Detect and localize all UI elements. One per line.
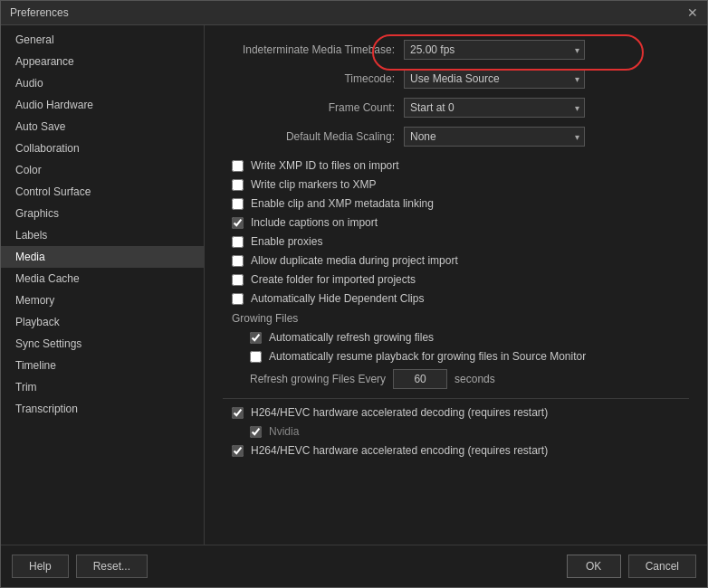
sidebar-item-media[interactable]: Media [1, 246, 204, 268]
form-label-2: Frame Count: [223, 101, 404, 114]
hw-row-nvidia: Nvidia [223, 425, 689, 438]
checkbox-row-proxies: Enable proxies [223, 235, 689, 248]
form-select-3[interactable]: None [404, 127, 585, 147]
form-select-1[interactable]: Use Media Source [404, 69, 585, 89]
main-panel: Indeterminate Media Timebase:25.00 fpsTi… [205, 25, 707, 545]
growing-checkbox-auto_resume[interactable] [250, 351, 262, 363]
checkbox-folder[interactable] [232, 274, 244, 286]
growing-checkbox-row-0: Automatically refresh growing files [223, 331, 689, 344]
hw-checkbox-h264_decode[interactable] [232, 407, 244, 419]
sidebar-item-collaboration[interactable]: Collaboration [1, 138, 204, 159]
sidebar-item-sync-settings[interactable]: Sync Settings [1, 333, 204, 355]
checkbox-row-xmp_import: Write XMP ID to files on import [223, 159, 689, 172]
checkbox-row-captions: Include captions on import [223, 216, 689, 229]
sidebar-item-audio[interactable]: Audio [1, 72, 204, 94]
refresh-row: Refresh growing Files Everyseconds [223, 369, 689, 389]
title-bar: Preferences ✕ [1, 1, 707, 25]
bottom-left-buttons: Help Reset... [12, 555, 148, 578]
content-area: GeneralAppearanceAudioAudio HardwareAuto… [1, 25, 707, 545]
checkbox-label-captions: Include captions on import [251, 216, 378, 229]
form-rows-wrapper: Indeterminate Media Timebase:25.00 fpsTi… [223, 40, 689, 147]
hw-row-h264_encode: H264/HEVC hardware accelerated encoding … [223, 444, 689, 457]
preferences-dialog: Preferences ✕ GeneralAppearanceAudioAudi… [0, 0, 708, 588]
refresh-label-post: seconds [454, 373, 495, 385]
hw-checkbox-h264_encode[interactable] [232, 445, 244, 457]
ok-button[interactable]: OK [567, 555, 621, 578]
checkbox-row-xmp_metadata: Enable clip and XMP metadata linking [223, 197, 689, 210]
close-button[interactable]: ✕ [687, 6, 698, 19]
form-row-1: Timecode:Use Media Source [223, 69, 689, 89]
checkbox-label-proxies: Enable proxies [251, 235, 322, 248]
cancel-button[interactable]: Cancel [628, 555, 696, 578]
form-row-2: Frame Count:Start at 0 [223, 98, 689, 118]
checkbox-proxies[interactable] [232, 236, 244, 248]
sidebar-item-appearance[interactable]: Appearance [1, 51, 204, 72]
sidebar-item-graphics[interactable]: Graphics [1, 203, 204, 224]
form-label-3: Default Media Scaling: [223, 130, 404, 143]
help-button[interactable]: Help [12, 555, 69, 578]
sidebar-item-auto-save[interactable]: Auto Save [1, 116, 204, 138]
growing-label-auto_resume: Automatically resume playback for growin… [269, 350, 586, 363]
sidebar-item-playback[interactable]: Playback [1, 311, 204, 333]
checkbox-captions[interactable] [232, 217, 244, 229]
checkbox-label-xmp_metadata: Enable clip and XMP metadata linking [251, 197, 434, 210]
form-select-2[interactable]: Start at 0 [404, 98, 585, 118]
growing-label-auto_refresh: Automatically refresh growing files [269, 331, 434, 344]
checkbox-hide_dependent[interactable] [232, 293, 244, 305]
sidebar-item-transcription[interactable]: Transcription [1, 398, 204, 420]
sidebar-item-trim[interactable]: Trim [1, 376, 204, 398]
sidebar-item-color[interactable]: Color [1, 159, 204, 181]
growing-checkbox-row-1: Automatically resume playback for growin… [223, 350, 689, 363]
checkbox-label-clip_markers: Write clip markers to XMP [251, 178, 376, 191]
growing-files-header: Growing Files [223, 312, 689, 325]
form-label-0: Indeterminate Media Timebase: [223, 43, 404, 56]
sidebar-item-control-surface[interactable]: Control Surface [1, 181, 204, 203]
hw-label-nvidia: Nvidia [269, 425, 299, 438]
form-row-0: Indeterminate Media Timebase:25.00 fps [223, 40, 689, 60]
sidebar-item-audio-hardware[interactable]: Audio Hardware [1, 94, 204, 116]
sidebar-item-media-cache[interactable]: Media Cache [1, 268, 204, 289]
checkbox-label-duplicate: Allow duplicate media during project imp… [251, 254, 458, 267]
checkbox-label-hide_dependent: Automatically Hide Dependent Clips [251, 292, 424, 305]
hw-checkbox-nvidia[interactable] [250, 426, 262, 438]
checkbox-label-folder: Create folder for imported projects [251, 273, 416, 286]
bottom-bar: Help Reset... OK Cancel [1, 545, 707, 587]
hw-label-h264_decode: H264/HEVC hardware accelerated decoding … [251, 406, 548, 419]
hw-row-h264_decode: H264/HEVC hardware accelerated decoding … [223, 406, 689, 419]
checkbox-xmp_import[interactable] [232, 160, 244, 172]
bottom-right-buttons: OK Cancel [567, 555, 696, 578]
refresh-input[interactable] [393, 369, 447, 389]
sidebar-item-timeline[interactable]: Timeline [1, 355, 204, 376]
checkbox-row-hide_dependent: Automatically Hide Dependent Clips [223, 292, 689, 305]
hw-label-h264_encode: H264/HEVC hardware accelerated encoding … [251, 444, 548, 457]
checkbox-duplicate[interactable] [232, 255, 244, 267]
form-row-3: Default Media Scaling:None [223, 127, 689, 147]
checkbox-clip_markers[interactable] [232, 179, 244, 191]
sidebar-item-labels[interactable]: Labels [1, 224, 204, 246]
sidebar-item-memory[interactable]: Memory [1, 289, 204, 311]
reset-button[interactable]: Reset... [76, 555, 148, 578]
form-select-0[interactable]: 25.00 fps [404, 40, 585, 60]
form-label-1: Timecode: [223, 72, 404, 85]
dialog-title: Preferences [10, 6, 69, 19]
checkbox-row-folder: Create folder for imported projects [223, 273, 689, 286]
checkbox-row-duplicate: Allow duplicate media during project imp… [223, 254, 689, 267]
checkbox-xmp_metadata[interactable] [232, 198, 244, 210]
checkbox-row-clip_markers: Write clip markers to XMP [223, 178, 689, 191]
checkbox-label-xmp_import: Write XMP ID to files on import [251, 159, 399, 172]
sidebar: GeneralAppearanceAudioAudio HardwareAuto… [1, 25, 205, 545]
refresh-label-pre: Refresh growing Files Every [250, 373, 386, 385]
sidebar-item-general[interactable]: General [1, 29, 204, 51]
growing-checkbox-auto_refresh[interactable] [250, 332, 262, 344]
